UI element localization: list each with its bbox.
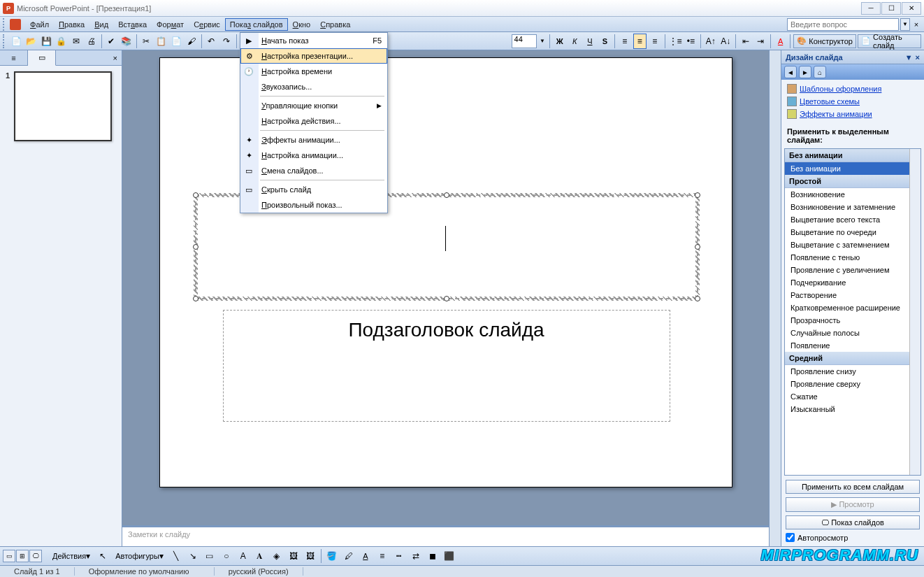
arrow-style-button[interactable]: ⇄ (408, 548, 424, 564)
cut-button[interactable]: ✂ (140, 34, 154, 49)
italic-button[interactable]: К (568, 34, 582, 49)
line-color-button[interactable]: 🖊 (341, 548, 356, 564)
wordart-button[interactable]: 𝐀 (252, 548, 268, 564)
menu-window[interactable]: Окно (288, 18, 316, 31)
undo-button[interactable]: ↶ (205, 34, 219, 49)
anim-item[interactable]: Растворение (785, 289, 921, 301)
decrease-indent-button[interactable]: ⇤ (739, 34, 753, 49)
menu-item[interactable]: Произвольный показ... (240, 197, 387, 213)
copy-button[interactable]: 📋 (154, 34, 168, 49)
nav-home-button[interactable]: ⌂ (814, 66, 826, 78)
line-style-button[interactable]: ≡ (375, 548, 390, 564)
nav-forward-button[interactable]: ► (799, 66, 811, 78)
oval-button[interactable]: ○ (219, 548, 234, 564)
font-color-button-2[interactable]: A (358, 548, 373, 564)
permission-button[interactable]: 🔒 (55, 34, 68, 49)
constructor-button[interactable]: 🎨 Конструктор (793, 34, 856, 48)
fill-color-button[interactable]: 🪣 (324, 548, 340, 564)
menu-item[interactable]: ▭Смена слайдов... (240, 163, 387, 178)
tab-slides[interactable]: ▭ (28, 50, 56, 66)
align-left-button[interactable]: ≡ (618, 34, 632, 49)
close-button[interactable]: ✕ (902, 2, 921, 15)
sorter-view-button[interactable]: ⊞ (16, 550, 29, 562)
anim-item[interactable]: Подчеркивание (785, 276, 921, 289)
help-dropdown-icon[interactable]: ▼ (900, 18, 910, 31)
menu-item[interactable]: Звукозапись... (240, 79, 387, 94)
menu-item[interactable]: ✦Эффекты анимации... (240, 132, 387, 148)
font-size-selector[interactable]: 44 (512, 34, 537, 48)
anim-item[interactable]: Прозрачность (785, 314, 921, 327)
line-button[interactable]: ╲ (168, 548, 184, 564)
menu-help[interactable]: Справка (315, 18, 355, 31)
picture-button[interactable]: 🖼 (303, 548, 318, 564)
menu-item[interactable]: ⚙Настройка презентации... (240, 48, 387, 64)
menu-item[interactable]: ✦Настройка анимации... (240, 148, 387, 163)
apply-all-button[interactable]: Применить ко всем слайдам (786, 480, 920, 494)
anim-item[interactable]: Случайные полосы (785, 327, 921, 339)
align-center-button[interactable]: ≡ (633, 34, 647, 49)
menu-item[interactable]: Управляющие кнопки▶ (240, 98, 387, 113)
size-dd-icon[interactable]: ▼ (538, 34, 547, 49)
help-close-icon[interactable]: × (911, 20, 921, 29)
menu-tools[interactable]: Сервис (189, 18, 225, 31)
increase-font-button[interactable]: A↑ (704, 34, 718, 49)
textbox-button[interactable]: A (236, 548, 251, 564)
diagram-button[interactable]: ◈ (269, 548, 284, 564)
mail-button[interactable]: ✉ (70, 34, 84, 49)
help-input[interactable] (787, 18, 899, 31)
new-slide-button[interactable]: 📄 Создать слайд (858, 34, 921, 48)
redo-button[interactable]: ↷ (219, 34, 233, 49)
print-button[interactable]: 🖨 (85, 34, 99, 49)
list-scrollbar[interactable] (909, 149, 921, 475)
menu-item[interactable]: Настройка действия... (240, 113, 387, 129)
link-animation-effects[interactable]: Эффекты анимации (787, 109, 918, 119)
open-button[interactable]: 📂 (24, 34, 38, 49)
increase-indent-button[interactable]: ⇥ (753, 34, 767, 49)
menu-item[interactable]: ▶Начать показF5 (240, 33, 387, 48)
resize-handle-ne[interactable] (695, 192, 700, 198)
minimize-button[interactable]: ─ (861, 2, 881, 15)
spell-button[interactable]: ✔ (105, 34, 119, 49)
anim-item[interactable]: Без анимации (785, 162, 921, 175)
numbering-button[interactable]: ⋮≡ (668, 34, 683, 49)
align-right-button[interactable]: ≡ (648, 34, 662, 49)
resize-handle-nw[interactable] (193, 192, 198, 198)
dash-style-button[interactable]: ┅ (391, 548, 407, 564)
resize-handle-sw[interactable] (193, 296, 198, 301)
menu-item[interactable]: ▭Скрыть слайд (240, 182, 387, 197)
preview-button[interactable]: ▶ Просмотр (786, 497, 920, 512)
anim-item[interactable]: Выцветание по очереди (785, 226, 921, 238)
menu-item[interactable]: 🕐Настройка времени (240, 64, 387, 79)
anim-item[interactable]: Возникновение и затемнение (785, 201, 921, 213)
rectangle-button[interactable]: ▭ (202, 548, 217, 564)
taskpane-close-icon[interactable]: × (916, 53, 920, 62)
menu-file[interactable]: Файл (25, 18, 54, 31)
underline-button[interactable]: Ч (583, 34, 597, 49)
resize-handle-s[interactable] (444, 296, 449, 301)
autopreview-checkbox[interactable]: Автопросмотр (786, 533, 920, 542)
nav-back-button[interactable]: ◄ (784, 66, 797, 78)
anim-item[interactable]: Кратковременное расширение (785, 301, 921, 314)
research-button[interactable]: 📚 (120, 34, 133, 49)
link-templates[interactable]: Шаблоны оформления (787, 84, 918, 94)
animation-list[interactable]: Без анимацииБез анимацииПростойВозникнов… (784, 148, 921, 476)
slideshow-button[interactable]: 🖵 Показ слайдов (786, 515, 920, 529)
resize-handle-n[interactable] (444, 192, 449, 198)
normal-view-button[interactable]: ▭ (3, 550, 15, 562)
resize-handle-e[interactable] (695, 244, 700, 250)
anim-item[interactable]: Возникновение (785, 188, 921, 201)
subtitle-placeholder[interactable]: Подзаголовок слайда (223, 310, 670, 422)
anim-item[interactable]: Изысканный (785, 403, 921, 415)
notes-area[interactable]: Заметки к слайду (122, 525, 769, 546)
anim-item[interactable]: Сжатие (785, 390, 921, 403)
anim-item[interactable]: Проявление с увеличением (785, 264, 921, 276)
menu-insert[interactable]: Вставка (113, 18, 152, 31)
font-color-button[interactable]: A (774, 34, 788, 49)
menu-slideshow[interactable]: Показ слайдов (225, 18, 288, 31)
clipart-button[interactable]: 🖼 (286, 548, 301, 564)
anim-item[interactable]: Появление (785, 339, 921, 352)
anim-item[interactable]: Выцветание с затемнением (785, 238, 921, 251)
menu-format[interactable]: Формат (152, 18, 189, 31)
actions-menu[interactable]: Действия ▾ (49, 548, 94, 564)
menu-view[interactable]: Вид (89, 18, 113, 31)
